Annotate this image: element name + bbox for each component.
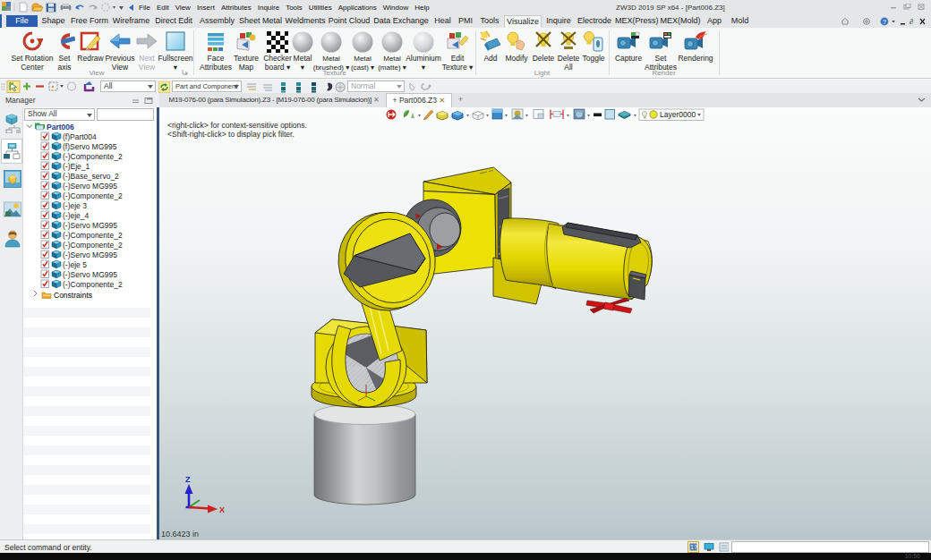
svg-text:(-)eje 3: (-)eje 3 — [63, 201, 87, 210]
svg-text:(-)Componente_2: (-)Componente_2 — [63, 231, 123, 240]
svg-text:Z: Z — [185, 475, 191, 484]
svg-text:X: X — [219, 505, 225, 514]
svg-text:∂: ∂ — [910, 17, 913, 26]
svg-text:Constraints: Constraints — [54, 291, 92, 300]
svg-text:(-)Servo MG995: (-)Servo MG995 — [63, 270, 117, 279]
svg-text:(-)Servo MG995: (-)Servo MG995 — [63, 182, 117, 191]
svg-text:1?: 1? — [690, 544, 697, 550]
svg-text:(-)Base_servo_2: (-)Base_servo_2 — [63, 172, 119, 181]
svg-text:Part006: Part006 — [47, 123, 74, 132]
svg-text:10.6423 in: 10.6423 in — [161, 530, 199, 539]
svg-text:(-)Servo MG995: (-)Servo MG995 — [63, 221, 117, 230]
svg-text:(-)eje_4: (-)eje_4 — [63, 211, 90, 220]
svg-text:(-)Eje_1: (-)Eje_1 — [63, 162, 90, 171]
svg-text:(f)Part004: (f)Part004 — [63, 132, 97, 141]
svg-text:(-)Componente_2: (-)Componente_2 — [63, 280, 123, 289]
svg-text:(-)Componente_2: (-)Componente_2 — [63, 191, 123, 200]
svg-text:(-)Servo MG995: (-)Servo MG995 — [63, 250, 117, 259]
svg-text:(-)Componente_2: (-)Componente_2 — [63, 241, 123, 250]
svg-text:(-)Componente_2: (-)Componente_2 — [63, 152, 123, 161]
svg-text:(-)eje 5: (-)eje 5 — [63, 260, 87, 269]
svg-text:Layer0000: Layer0000 — [660, 110, 696, 119]
svg-text:?: ? — [883, 19, 886, 25]
svg-text:(f)Servo MG995: (f)Servo MG995 — [63, 142, 117, 151]
